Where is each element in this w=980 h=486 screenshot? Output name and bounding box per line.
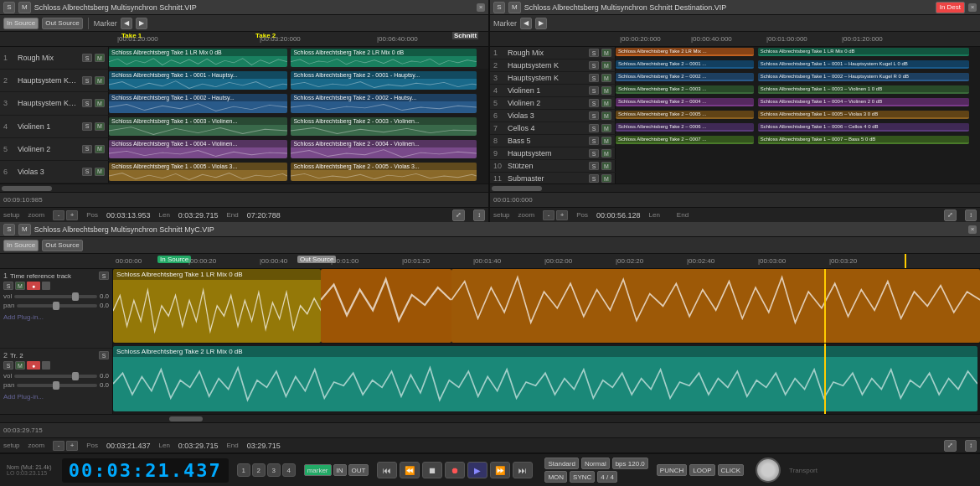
r-btn-s-10[interactable]: S — [589, 162, 599, 170]
btn-marker-prev[interactable]: ◀ — [121, 18, 132, 29]
r-btn-m-9[interactable]: M — [601, 149, 611, 158]
r-clip-3b[interactable]: Schloss Albrechtsberg Take 1 – 0002 – Ha… — [758, 73, 969, 81]
btn-play[interactable]: ▶ — [467, 462, 487, 478]
btn-sync[interactable]: SYNC — [570, 471, 595, 483]
btn-s-4[interactable]: S — [82, 122, 92, 131]
btn-standard[interactable]: Standard — [544, 458, 578, 469]
scrollbar-thumb-bottom[interactable] — [169, 416, 203, 421]
btn-ff[interactable]: ⏩ — [490, 462, 510, 478]
marker-btn-1[interactable]: 1 — [237, 463, 250, 477]
r-btn-m-1[interactable]: M — [601, 49, 611, 57]
btn-s-1[interactable]: S — [82, 54, 92, 62]
fader-vol-1[interactable] — [14, 295, 97, 298]
r-btn-m-4[interactable]: M — [601, 86, 611, 95]
b-btn-m-1[interactable]: M — [15, 282, 25, 290]
r-clip-1b[interactable]: Schloss Albrechtsberg Take 1 LR Mix 0 dB — [758, 48, 969, 56]
b-btn-s-2[interactable]: S — [99, 351, 109, 359]
clip-2a[interactable]: Schloss Albrechtsberg Take 1 - 0001 - Ha… — [109, 71, 287, 90]
b-btn-s-1[interactable]: S — [99, 271, 109, 280]
r-clip-4b[interactable]: Schloss Albrechtsberg Take 1 – 0003 – Vi… — [758, 85, 969, 94]
btn-m-3[interactable]: M — [95, 99, 105, 107]
r-btn-s-2[interactable]: S — [589, 61, 599, 70]
btn-m-1[interactable]: M — [95, 54, 105, 62]
clip-6b[interactable]: Schloss Albrechtsberg Take 2 - 0005 - Vi… — [291, 163, 477, 181]
r-clip-4a[interactable]: Schloss Albrechtsberg Take 2 – 0003 ... — [616, 85, 754, 94]
r-clip-5a[interactable]: Schloss Albrechtsberg Take 2 – 0004 ... — [616, 98, 754, 106]
r-btn-s-9[interactable]: S — [589, 149, 599, 158]
r-btn-s-3[interactable]: S — [589, 74, 599, 82]
clip-6a[interactable]: Schloss Albrechtsberg Take 1 - 0005 - Vi… — [109, 163, 287, 181]
scrollbar-left[interactable] — [0, 184, 488, 192]
btn-stop[interactable]: ⏹ — [422, 462, 442, 478]
in-dest-btn[interactable]: In Dest — [936, 2, 965, 13]
editor-bottom-close[interactable]: × — [968, 225, 977, 234]
btn-marker-prev-r[interactable]: ◀ — [520, 18, 532, 29]
clip-teal-1[interactable] — [451, 269, 980, 343]
editor-bottom-icon-s[interactable]: S — [3, 224, 15, 235]
btn-m-5[interactable]: M — [95, 145, 105, 153]
add-plugin-1[interactable]: Add Plug-in... — [3, 313, 44, 321]
btn-fullscreen-bottom[interactable]: ⤢ — [944, 440, 957, 452]
clip-4b[interactable]: Schloss Albrechtsberg Take 2 - 0003 - Vi… — [291, 117, 477, 136]
clip-take1-roughmix[interactable]: Schloss Albrechtsberg Take 1 LR Mix 0 dB — [109, 49, 287, 67]
editor-right-close[interactable]: × — [968, 3, 977, 12]
btn-m-2[interactable]: M — [95, 76, 105, 85]
btn-io-in[interactable]: IN — [333, 464, 347, 476]
btn-timesig[interactable]: 4 / 4 — [597, 471, 617, 483]
clip-teal-track2[interactable]: Schloss Albrechtsberg Take 2 LR Mix 0 dB — [113, 346, 977, 411]
b-btn-ss-2[interactable]: S — [3, 361, 13, 370]
scrollbar-bottom[interactable] — [0, 414, 980, 422]
b-fx-2[interactable] — [42, 361, 50, 370]
btn-marker-next[interactable]: ▶ — [136, 18, 147, 29]
rec-btn-1[interactable]: ● — [27, 282, 40, 290]
btn-end[interactable]: ⏭ — [513, 462, 533, 478]
r-btn-m-10[interactable]: M — [601, 162, 611, 170]
scrollbar-thumb-right[interactable] — [492, 186, 542, 191]
r-clip-5b[interactable]: Schloss Albrechtsberg Take 1 – 0004 – Vi… — [758, 98, 969, 106]
scrollbar-right[interactable] — [490, 184, 980, 192]
btn-m-6[interactable]: M — [95, 168, 105, 176]
r-clip-8a[interactable]: Schloss Albrechtsberg Take 2 – 0007 ... — [616, 136, 754, 144]
r-clip-3a[interactable]: Schloss Albrechtsberg Take 2 – 0002 ... — [616, 73, 754, 81]
btn-fullscreen-right[interactable]: ⤢ — [944, 209, 957, 221]
clip-yellow-1[interactable]: Schloss Albrechtsberg Take 1 LR Mix 0 dB — [113, 269, 321, 343]
clip-5a[interactable]: Schloss Albrechtsberg Take 1 - 0004 - Vi… — [109, 140, 287, 158]
btn-in-source-bottom[interactable]: In Source — [3, 240, 39, 251]
btn-in-source[interactable]: In Source — [3, 18, 39, 29]
rec-btn-2[interactable]: ● — [27, 361, 40, 370]
b-btn-ss-1[interactable]: S — [3, 282, 13, 290]
add-plugin-2[interactable]: Add Plug-in... — [3, 393, 44, 401]
zoom-minus-right[interactable]: - — [543, 210, 554, 220]
zoom-plus-bottom[interactable]: + — [66, 441, 78, 451]
zoom-minus-bottom[interactable]: - — [53, 441, 64, 451]
r-btn-s-7[interactable]: S — [589, 124, 599, 132]
r-clip-7b[interactable]: Schloss Albrechtsberg Take 1 – 0006 – Ce… — [758, 123, 969, 132]
btn-io-out[interactable]: OUT — [348, 464, 369, 476]
editor-left-icon-s[interactable]: S — [3, 2, 15, 13]
clip-take2-roughmix[interactable]: Schloss Albrechtsberg Take 2 LR Mix 0 dB — [291, 49, 477, 67]
btn-out-source-left[interactable]: Out Source — [42, 18, 82, 29]
marker-btn-4[interactable]: 4 — [282, 463, 296, 477]
r-btn-m-5[interactable]: M — [601, 99, 611, 107]
r-btn-m-2[interactable]: M — [601, 61, 611, 70]
btn-rewind[interactable]: ⏪ — [400, 462, 420, 478]
r-clip-2b[interactable]: Schloss Albrechtsberg Take 1 – 0001 – Ha… — [758, 60, 969, 69]
r-btn-m-3[interactable]: M — [601, 74, 611, 82]
clip-orange-1[interactable] — [321, 269, 451, 343]
btn-loop[interactable]: LOOP — [689, 464, 714, 476]
btn-normal[interactable]: Normal — [581, 458, 610, 469]
btn-punch[interactable]: PUNCH — [657, 464, 687, 476]
r-clip-8b[interactable]: Schloss Albrechtsberg Take 1 – 0007 – Ba… — [758, 136, 969, 144]
btn-s-5[interactable]: S — [82, 145, 92, 153]
btn-s-6[interactable]: S — [82, 168, 92, 176]
editor-left-icon-m[interactable]: M — [18, 2, 31, 13]
b-fx-1[interactable] — [42, 282, 50, 290]
editor-right-icon-s[interactable]: S — [493, 2, 505, 13]
r-clip-2a[interactable]: Schloss Albrechtsberg Take 2 – 0001 ... — [616, 60, 754, 69]
btn-scroll-bottom[interactable]: ↕ — [965, 440, 977, 452]
btn-bpm[interactable]: bps 120.0 — [612, 458, 648, 469]
r-btn-m-8[interactable]: M — [601, 137, 611, 145]
btn-marker-next-r[interactable]: ▶ — [535, 18, 547, 29]
r-btn-s-6[interactable]: S — [589, 111, 599, 120]
editor-left-close[interactable]: × — [477, 3, 485, 12]
